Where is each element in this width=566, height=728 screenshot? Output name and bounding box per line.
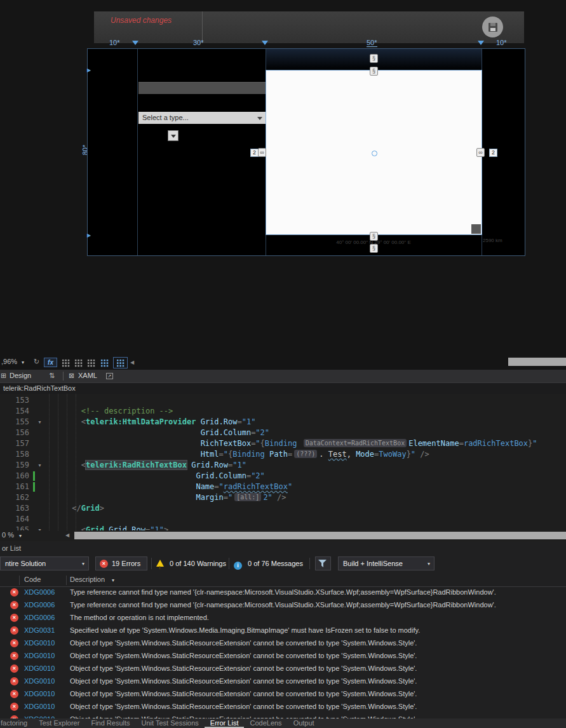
editor-hscrollbar-thumb[interactable] [74,532,566,539]
error-description[interactable]: The method or operation is not implement… [70,614,209,621]
error-row[interactable]: ×XDG0006The method or operation is not i… [0,612,566,624]
snap-grid-icon[interactable] [74,359,83,367]
popout-window-icon[interactable]: ↗ [106,373,113,379]
snaplines-icon[interactable] [100,359,109,367]
messages-filter-button[interactable]: i 0 of 76 Messages [234,556,303,570]
columns-filter-button[interactable] [315,556,331,570]
code-text[interactable]: Grid.Column="2" [44,471,265,482]
designer-hscrollbar[interactable] [508,358,566,366]
sort-caret-icon[interactable]: ▾ [112,577,114,583]
left-anchor-chain-icon[interactable]: ∞ [258,148,266,157]
bottom-tab-error-list[interactable]: Error List [205,718,245,728]
code-line[interactable]: 160 Grid.Column="2" [0,471,566,482]
grid-splitter-marker[interactable] [262,41,268,45]
dropdown-button[interactable] [168,130,179,141]
zoom-caret-icon[interactable]: ▾ [22,360,24,365]
error-code[interactable]: XDG0031 [24,626,55,634]
error-code[interactable]: XDG0006 [24,614,55,621]
xaml-designer-surface[interactable]: Unsaved changes 10* 30* 50* 10* 80* Sele… [0,0,566,356]
error-row[interactable]: ×XDG0010Object of type 'System.Windows.S… [0,688,566,701]
editor-zoom-caret-icon[interactable]: ▾ [19,533,22,539]
error-code[interactable]: XDG0010 [24,677,55,685]
margin-badge-right[interactable]: 2 [489,149,497,157]
code-line[interactable]: 157 RichTextBox="{Binding DataContext=Ra… [0,438,566,449]
error-description[interactable]: Type reference cannot find type named '{… [70,601,496,609]
code-text[interactable]: Html="{Binding Path=(???). Test, Mode=Tw… [44,449,429,460]
error-description[interactable]: Object of type 'System.Windows.StaticRes… [70,690,417,698]
save-button[interactable] [482,17,503,37]
error-description[interactable]: Type reference cannot find type named '{… [70,588,496,596]
selection-center-marker[interactable] [372,151,377,156]
code-line[interactable]: 158 Html="{Binding Path=(???). Test, Mod… [0,449,566,460]
error-description[interactable]: Object of type 'System.Windows.StaticRes… [70,639,417,647]
row-edge-arrow-icon[interactable]: ▶ [87,233,91,238]
code-line[interactable]: 161 Name="radRichTextBox" [0,482,566,492]
code-text[interactable]: <telerik:RadRichTextBox Grid.Row="1" [44,460,246,471]
type-combobox[interactable]: Select a type... [138,112,266,124]
error-row[interactable]: ×XDG0010Object of type 'System.Windows.S… [0,637,566,650]
top-chain-icon[interactable]: § [370,67,378,76]
refresh-icon[interactable]: ↻ [34,358,39,366]
grid-column-line[interactable] [137,49,138,255]
bottom-tab-unit-test-sessions[interactable]: Unit Test Sessions [136,718,205,728]
code-line[interactable]: 155▾ <telerik:HtmlDataProvider Grid.Row=… [0,417,566,428]
error-description[interactable]: Object of type 'System.Windows.StaticRes… [70,664,417,672]
error-code[interactable]: XDG0010 [24,690,55,698]
code-line[interactable]: 162 Margin="[all:]2" /> [0,492,566,503]
grid-column-width-1[interactable]: 30* [193,39,204,46]
resize-grip[interactable] [471,224,481,234]
error-description[interactable]: Specified value of type 'System.Windows.… [70,626,420,634]
zoom-selector[interactable]: ,96% [1,358,17,365]
grid-splitter-marker[interactable] [132,41,138,45]
error-row[interactable]: ×XDG0010Object of type 'System.Windows.S… [0,663,566,675]
errors-filter-button[interactable]: × 19 Errors [95,556,147,570]
column-divider[interactable] [19,576,20,585]
bottom-tab-test-explorer[interactable]: Test Explorer [33,718,85,728]
code-line[interactable]: 164 [0,514,566,525]
tab-xaml[interactable]: XAML [78,372,97,379]
right-anchor-chain-icon[interactable]: ∞ [476,148,485,157]
breadcrumb-path[interactable]: telerik:RadRichTextBox [3,384,76,392]
row-edge-arrow-icon[interactable]: ▶ [87,68,91,73]
designer-hscrollbar-thumb[interactable] [508,358,566,366]
fold-collapse-icon[interactable]: ▾ [35,417,44,428]
scroll-left-icon[interactable]: ◀ [65,532,69,538]
grid-column-width-0[interactable]: 10* [109,39,120,46]
error-row[interactable]: ×XDG0010Object of type 'System.Windows.S… [0,713,566,718]
error-row[interactable]: ×XDG0010Object of type 'System.Windows.S… [0,701,566,713]
bottom-tab-output[interactable]: Output [288,718,320,728]
code-text[interactable]: Grid.Column="2" [44,428,269,438]
error-row[interactable]: ×XDG0031Specified value of type 'System.… [0,624,566,637]
error-table-rows[interactable]: ×XDG0006Type reference cannot find type … [0,586,566,718]
scope-filter-dropdown[interactable]: ntire Solution ▾ [0,556,89,570]
source-filter-dropdown[interactable]: Build + IntelliSense ▾ [338,556,435,570]
column-header-description[interactable]: Description [70,576,105,583]
code-text[interactable]: <!-- description --> [44,406,173,417]
error-description[interactable]: Object of type 'System.Windows.StaticRes… [70,677,417,685]
code-line[interactable]: 156 Grid.Column="2" [0,428,566,438]
grid-column-width-2[interactable]: 50* [367,39,377,47]
swap-panes-icon[interactable]: ⇅ [49,372,55,380]
bottom-tab-find-results[interactable]: Find Results [85,718,135,728]
error-code[interactable]: XDG0010 [24,664,55,672]
bottom-tab-factoring[interactable]: factoring [0,718,33,728]
code-line[interactable]: 154 <!-- description --> [0,406,566,417]
grid-column-width-3[interactable]: 10* [496,39,507,46]
code-text[interactable]: </Grid> [44,503,104,514]
code-line[interactable]: 159▾ <telerik:RadRichTextBox Grid.Row="1… [0,460,566,471]
textbox-control[interactable] [138,82,266,94]
error-code[interactable]: XDG0006 [24,588,55,596]
editor-zoom-selector[interactable]: 0 % [2,531,14,539]
top-anchor-icon[interactable]: § [370,54,378,63]
code-lines[interactable]: 153154 <!-- description -->155▾ <telerik… [0,394,566,530]
warnings-filter-button[interactable]: ! 0 of 140 Warnings [156,556,226,570]
bottom-tab-codelens[interactable]: CodeLens [244,718,287,728]
code-text[interactable]: <telerik:HtmlDataProvider Grid.Row="1" [44,417,255,428]
bottom-anchor-icon[interactable]: § [370,244,378,253]
xaml-code-editor[interactable]: 153154 <!-- description -->155▾ <telerik… [0,394,566,530]
code-line[interactable]: 163 </Grid> [0,503,566,514]
code-line[interactable]: 153 [0,395,566,406]
code-text[interactable]: RichTextBox="{Binding DataContext=RadRic… [44,438,537,449]
error-description[interactable]: Object of type 'System.Windows.StaticRes… [70,703,417,710]
error-row[interactable]: ×XDG0010Object of type 'System.Windows.S… [0,675,566,688]
